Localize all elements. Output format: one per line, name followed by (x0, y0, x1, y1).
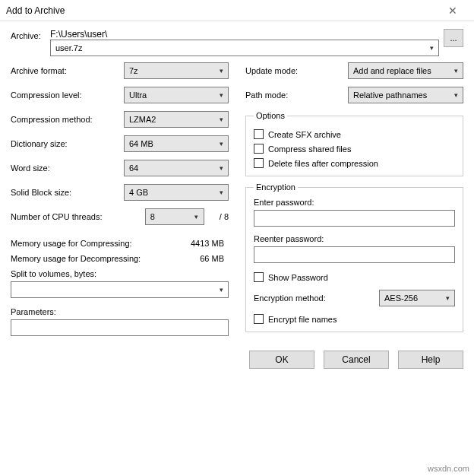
reenter-pw-label: Reenter password: (254, 234, 455, 243)
split-label: Split to volumes, bytes: (11, 269, 229, 278)
chevron-down-icon: ▾ (214, 286, 228, 294)
close-icon[interactable]: ✕ (438, 5, 468, 17)
archive-path: F:\Users\user\ (50, 29, 439, 40)
split-select[interactable]: ▾ (11, 281, 229, 298)
shared-checkbox[interactable]: Compress shared files (254, 144, 455, 154)
chevron-down-icon: ▾ (425, 44, 438, 52)
method-label: Compression method: (11, 115, 124, 124)
memc-label: Memory usage for Compressing: (11, 239, 132, 248)
reenter-pw-input[interactable] (254, 246, 455, 263)
update-select[interactable]: Add and replace files▾ (348, 62, 463, 79)
window-title: Add to Archive (6, 5, 65, 16)
chevron-down-icon: ▾ (214, 116, 228, 123)
pathmode-label: Path mode: (245, 90, 348, 100)
chevron-down-icon: ▾ (441, 294, 454, 302)
chevron-down-icon: ▾ (214, 189, 228, 196)
threads-total: / 8 (220, 212, 229, 221)
threads-select[interactable]: 8▾ (145, 208, 204, 225)
level-select[interactable]: Ultra▾ (124, 87, 229, 103)
enc-legend: Encryption (254, 182, 298, 192)
browse-label: ... (450, 33, 457, 43)
watermark: wsxdn.com (428, 464, 469, 473)
pathmode-select[interactable]: Relative pathnames▾ (348, 87, 463, 103)
params-input[interactable] (11, 319, 229, 336)
sfx-checkbox[interactable]: Create SFX archive (254, 129, 455, 139)
archive-filename-select[interactable]: user.7z ▾ (50, 40, 439, 56)
delete-checkbox[interactable]: Delete files after compression (254, 158, 455, 168)
dict-select[interactable]: 64 MB▾ (124, 135, 229, 152)
enter-pw-label: Enter password: (254, 198, 455, 207)
word-label: Word size: (11, 163, 124, 173)
archive-filename-value: user.7z (55, 43, 82, 52)
enter-pw-input[interactable] (254, 210, 455, 227)
threads-label: Number of CPU threads: (11, 212, 145, 221)
params-label: Parameters: (11, 307, 229, 316)
encryption-group: Encryption Enter password: Reenter passw… (245, 182, 463, 332)
chevron-down-icon: ▾ (449, 91, 463, 99)
block-select[interactable]: 4 GB▾ (124, 184, 229, 201)
title-bar: Add to Archive ✕ (0, 0, 474, 21)
block-label: Solid Block size: (11, 188, 124, 197)
level-label: Compression level: (11, 90, 124, 100)
help-button[interactable]: Help (398, 351, 463, 369)
options-group: Options Create SFX archive Compress shar… (245, 111, 463, 176)
enc-method-select[interactable]: AES-256▾ (379, 290, 455, 306)
dict-label: Dictionary size: (11, 139, 124, 148)
chevron-down-icon: ▾ (214, 140, 228, 148)
format-label: Archive format: (11, 66, 124, 75)
browse-button[interactable]: ... (444, 29, 463, 47)
word-select[interactable]: 64▾ (124, 160, 229, 176)
chevron-down-icon: ▾ (214, 91, 228, 99)
show-pw-checkbox[interactable]: Show Password (254, 272, 455, 282)
ok-button[interactable]: OK (249, 351, 314, 369)
update-label: Update mode: (245, 66, 348, 75)
memc-value: 4413 MB (191, 239, 229, 248)
enc-method-label: Encryption method: (254, 294, 379, 303)
archive-label: Archive: (11, 29, 50, 40)
chevron-down-icon: ▾ (190, 213, 204, 221)
memd-value: 66 MB (200, 254, 229, 263)
format-select[interactable]: 7z▾ (124, 62, 229, 79)
cancel-button[interactable]: Cancel (324, 351, 389, 369)
chevron-down-icon: ▾ (214, 67, 228, 75)
options-legend: Options (254, 111, 287, 120)
method-select[interactable]: LZMA2▾ (124, 111, 229, 128)
encrypt-names-checkbox[interactable]: Encrypt file names (254, 314, 455, 324)
memd-label: Memory usage for Decompressing: (11, 254, 141, 263)
chevron-down-icon: ▾ (449, 67, 463, 75)
chevron-down-icon: ▾ (214, 164, 228, 172)
